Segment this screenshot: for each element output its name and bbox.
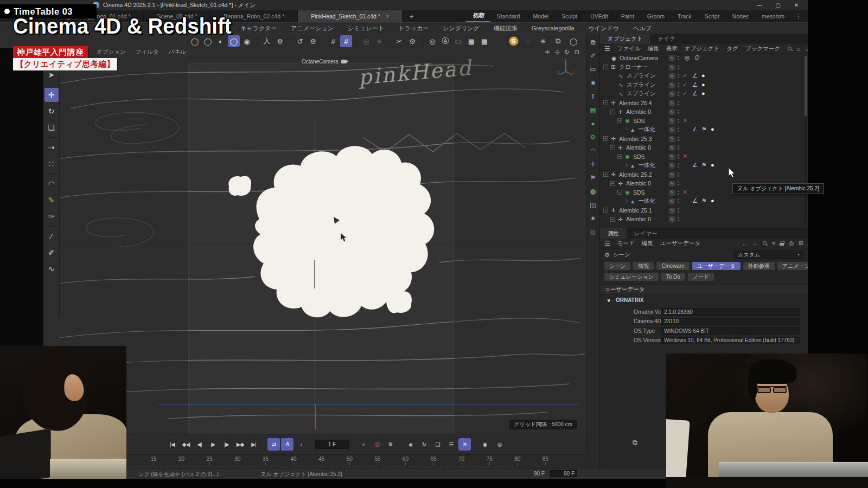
menu-編集[interactable]: 編集 [642,240,653,247]
menu-モード[interactable]: モード [617,240,635,247]
object-row-スプライン[interactable]: ∿スプライン✎✓∠● [600,81,808,90]
goto-end-button[interactable]: ▶| [247,438,260,451]
flag-tag-icon[interactable]: ⚑ [701,197,707,204]
play-button[interactable]: ▶ [207,438,219,451]
viewport-maximize-icon[interactable]: ⧉ [588,36,599,48]
scale-tool-icon[interactable]: ❏ [44,120,59,134]
menu-キャラクター[interactable]: キャラクター [240,24,277,33]
object-row-SDS[interactable]: −◉SDS✎✕ [600,152,808,162]
visibility-dots[interactable] [678,92,679,96]
field-value[interactable]: 2.1.0.26330 [661,308,800,316]
edit-icon[interactable]: ✎ [669,136,675,142]
circle-tag-icon[interactable]: ● [701,90,705,97]
menu-アニメーション[interactable]: アニメーション [291,24,334,33]
panel-menu-icon[interactable]: ☰ [604,240,610,247]
pan-icon[interactable]: ✛ [545,49,550,56]
menu-ブックマーク[interactable]: ブックマーク [745,45,780,53]
object-row-SDS[interactable]: −◉SDS✎✕ [600,117,808,126]
spline-pen-tool-icon[interactable]: ✎ [44,193,59,207]
circle-tag-icon[interactable]: ● [701,81,705,88]
attr-tab-外部参照[interactable]: 外部参照 [743,262,775,270]
expander-icon[interactable]: − [603,172,608,177]
expander-icon[interactable]: − [610,145,615,150]
object-row-Alembic 25.1[interactable]: −✛Alembic 25.1✎ [600,206,808,215]
split-tool-icon[interactable]: ✂ [393,35,405,47]
object-row-一体化[interactable]: └▲一体化✎∠⚑● [600,161,808,170]
expand-timeline-icon[interactable]: ⧉ [633,439,637,446]
menu-ヘルプ[interactable]: ヘルプ [633,24,652,33]
circle-tag-icon[interactable]: ● [711,126,714,132]
octane-icon[interactable]: S [509,36,519,46]
angle-tag-icon[interactable]: ∠ [692,162,698,169]
minimize-button[interactable]: — [750,0,769,10]
edit-icon[interactable]: ✎ [669,100,675,106]
expander-icon[interactable]: − [617,154,622,159]
layout-tab-mesoism[interactable]: mesoism [755,10,791,22]
target-icon[interactable]: ◎ [789,240,794,247]
attr-tab-ノード[interactable]: ノード [688,273,714,281]
move-tool-icon[interactable]: ✛ [44,88,59,102]
layout-tab-Sculpt[interactable]: Sculpt [555,10,584,22]
viewport[interactable]: pinkHead OctaneCamera Y X Z グリッド間隔 : 500… [60,56,585,434]
layout-tab-初期[interactable]: 初期 [466,10,490,22]
motion-camera-icon[interactable]: ◎ [426,35,438,47]
panel-icon[interactable]: ⊞ [799,240,803,247]
attr-tab-シーン[interactable]: シーン [604,262,630,270]
cursor-move-tool-icon[interactable]: ⇢ [44,140,59,155]
flag-tag-icon[interactable]: ⚑ [701,126,707,133]
edit-icon[interactable]: ✎ [669,109,675,115]
axis-icon[interactable]: ✛ [588,158,599,170]
prev-key-button[interactable]: ◆◀ [180,438,192,451]
key-rotation-button[interactable]: ↻ [418,438,430,451]
object-row-スプライン[interactable]: ∿スプライン✎✓∠● [600,72,808,81]
dolly-icon[interactable]: ⊹ [554,49,559,56]
spline-pen-icon[interactable]: ✐ [588,50,599,61]
close-button[interactable]: ✕ [787,0,806,10]
visibility-dots[interactable] [678,127,679,132]
camera-label[interactable]: OctaneCamera [302,59,347,65]
visibility-dots[interactable] [678,65,679,69]
scrollbar[interactable] [805,56,807,224]
range-start-field[interactable]: 90 F [520,471,545,477]
visibility-dots[interactable] [678,83,679,87]
multi-move-tool-icon[interactable]: ∷ [44,157,59,171]
edit-icon[interactable]: ✎ [669,208,675,214]
orbit-icon[interactable]: ↻ [565,49,570,56]
menu-ユーザーデータ[interactable]: ユーザーデータ [660,240,700,247]
disabled-cross-icon[interactable]: ✕ [682,189,687,196]
enabled-check-icon[interactable]: ✓ [682,72,687,79]
visibility-dots[interactable] [678,101,679,105]
expander-icon[interactable]: − [603,208,608,213]
circle-tag-icon[interactable]: ● [701,72,705,79]
expander-icon[interactable]: − [603,100,608,105]
viewport-menu-パネル[interactable]: パネル [169,48,186,56]
edit-icon[interactable]: ✎ [669,55,675,61]
layout-tab-UVEdit[interactable]: UVEdit [584,10,615,22]
visibility-dots[interactable] [678,110,679,114]
next-frame-button[interactable]: |▶ [220,438,233,451]
character-settings-icon[interactable]: ⚙ [274,35,286,47]
circle-tag-icon[interactable]: ● [711,162,714,168]
tab-属性[interactable]: 属性 [600,228,627,239]
circle-tag-icon[interactable]: ● [711,197,714,204]
attr-tab-シミュレーション[interactable]: シミュレーション [604,273,659,281]
search-icon[interactable] [787,46,793,52]
disabled-cross-icon[interactable]: ✕ [682,117,687,124]
spline-point-tool-icon[interactable]: ✑ [44,209,59,223]
expand-viewer-icon[interactable]: ⧉ [552,35,564,47]
panel-menu-icon[interactable]: ☰ [604,45,610,53]
ban-icon[interactable]: ∅ [694,54,700,61]
key-position-button[interactable]: ◈ [404,438,417,451]
object-row-一体化[interactable]: └▲一体化✎∠⚑● [600,125,808,134]
doc-tab[interactable]: PinkHead_Sketch_01.c4d *× [298,10,403,22]
grid-tool-icon[interactable]: # [327,35,339,47]
tab-レイヤー[interactable]: レイヤー [627,228,665,239]
edit-icon[interactable]: ✎ [669,198,675,204]
current-frame-field[interactable]: 1 F [315,440,349,449]
edit-icon[interactable]: ✎ [669,216,675,222]
key-settings-button[interactable]: ⚙ [384,438,397,451]
angle-tag-icon[interactable]: ∠ [692,90,698,97]
goto-start-button[interactable]: |◀ [166,438,178,451]
sketch-tool-icon[interactable]: ∿ [44,262,59,276]
autokey-camera-icon[interactable]: Ⓐ [439,35,451,47]
